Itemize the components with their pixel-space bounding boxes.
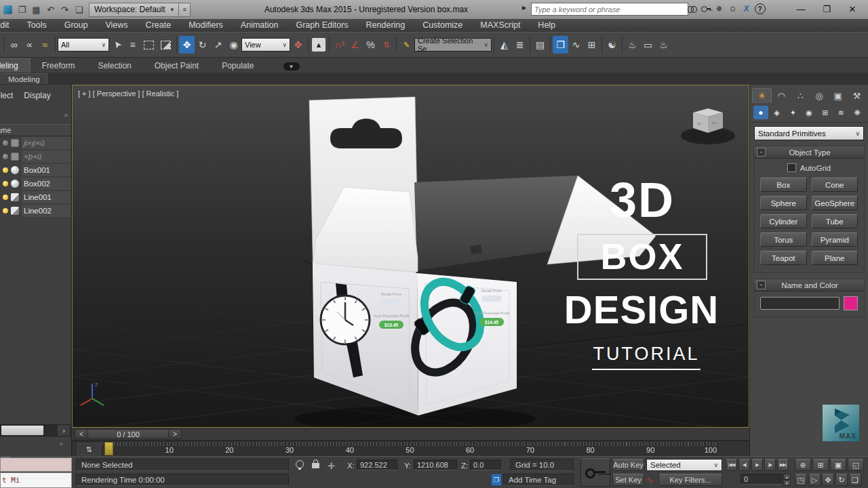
field-of-view-icon[interactable]: ▷ xyxy=(808,474,821,486)
render-frame-icon[interactable]: ▭ xyxy=(640,36,656,54)
scale-icon[interactable]: ↗ xyxy=(210,36,226,54)
explorer-menu-select[interactable]: Select xyxy=(0,91,13,100)
menu-item[interactable]: Create xyxy=(137,19,180,32)
list-item[interactable]: Line002 xyxy=(0,204,71,218)
next-frame-button[interactable]: |▶ xyxy=(764,459,776,471)
menu-item[interactable]: Help xyxy=(529,19,564,32)
category-lights[interactable]: ✦ xyxy=(785,106,800,119)
select-object-icon[interactable]: ➤ xyxy=(109,36,125,54)
zoom-icon[interactable]: ⊕ xyxy=(795,459,811,471)
geosphere-button[interactable]: GeoSphere xyxy=(812,196,859,210)
explorer-overflow-chevron[interactable]: » xyxy=(64,111,68,119)
tab-create[interactable]: ✳ xyxy=(752,88,772,103)
toggle-key-mode-button[interactable] xyxy=(580,458,610,487)
tab-modify[interactable]: ◠ xyxy=(772,89,791,103)
go-to-start-button[interactable]: |◀◀ xyxy=(726,459,737,471)
zoom-extents-all-icon[interactable]: ◱ xyxy=(848,459,864,471)
rect-select-icon[interactable] xyxy=(144,41,154,49)
collapse-icon[interactable]: - xyxy=(757,148,766,157)
scrollbar-right-button[interactable]: › xyxy=(58,425,70,436)
list-item[interactable]: Box002 xyxy=(0,177,71,190)
rollout-header[interactable]: - Name and Color xyxy=(754,279,864,291)
communication-center-icon[interactable]: ✵ xyxy=(713,2,725,16)
use-center-icon[interactable]: ◉ xyxy=(226,36,241,54)
rotate-icon[interactable]: ↻ xyxy=(195,36,210,54)
render-setup-icon[interactable]: ♨ xyxy=(625,36,640,54)
ribbon-toggle-icon[interactable]: ❒ xyxy=(553,36,568,54)
primitive-category-dropdown[interactable]: Standard Primitives ∨ xyxy=(754,126,864,140)
reference-coordinate-combo[interactable]: View ∨ xyxy=(241,38,290,52)
selection-lock-icon[interactable] xyxy=(312,463,319,468)
visibility-bulb-icon[interactable] xyxy=(3,154,8,159)
zoom-all-icon[interactable]: ⊞ xyxy=(812,459,829,471)
object-name-input[interactable] xyxy=(760,297,840,310)
category-systems[interactable]: ❋ xyxy=(850,106,865,119)
menu-item[interactable]: Modifiers xyxy=(180,19,232,32)
move-icon[interactable]: ✥ xyxy=(179,36,195,54)
go-to-end-button[interactable]: ▶▶| xyxy=(777,459,789,471)
tab-display[interactable]: ▣ xyxy=(829,89,847,103)
spinner-down-icon[interactable]: ▼ xyxy=(783,480,791,486)
category-shapes[interactable]: ◈ xyxy=(770,106,785,119)
open-file-icon[interactable]: ❐ xyxy=(15,2,29,17)
select-manipulate-icon[interactable]: ✥ xyxy=(290,36,306,54)
current-frame-field[interactable]: 0 xyxy=(741,474,783,485)
snap-toggle-icon[interactable]: ∩³ xyxy=(332,36,347,54)
tab-hierarchy[interactable]: ∴ xyxy=(791,89,810,103)
percent-snap-icon[interactable]: % xyxy=(363,36,378,54)
visibility-bulb-icon[interactable] xyxy=(3,167,8,173)
perspective-viewport[interactable]: [ + ] [ Perspective ] [ Realistic ] xyxy=(72,85,749,428)
menu-item[interactable]: Graph Editors xyxy=(287,19,357,32)
category-spacewarps[interactable]: ≋ xyxy=(834,106,849,119)
ribbon-tab[interactable]: Modeling xyxy=(0,58,31,73)
explorer-bottom-chevron[interactable]: » xyxy=(59,440,63,447)
track-bar-mode-icon[interactable]: ⇅ xyxy=(77,443,100,455)
menu-item[interactable]: Customize xyxy=(414,19,471,32)
project-toolbar-icon[interactable]: ❏ xyxy=(72,2,86,17)
frame-forward-button[interactable]: > xyxy=(168,429,182,439)
material-editor-icon[interactable]: ☯ xyxy=(604,36,620,54)
pyramid-button[interactable]: Pyramid xyxy=(812,232,859,247)
tab-utilities[interactable]: ⚒ xyxy=(848,89,866,103)
auto-key-button[interactable]: Auto Key xyxy=(612,459,644,471)
visibility-bulb-icon[interactable] xyxy=(3,195,8,200)
help-search-input[interactable] xyxy=(531,3,688,16)
scrollbar-thumb[interactable] xyxy=(1,426,43,435)
bind-spacewarp-icon[interactable]: ≈ xyxy=(37,36,53,54)
visibility-bulb-icon[interactable] xyxy=(3,208,8,214)
zoom-region-icon[interactable]: ◳ xyxy=(795,474,807,486)
edit-named-selection-icon[interactable]: ✎ xyxy=(399,36,414,54)
select-link-icon[interactable]: ∞ xyxy=(6,36,22,54)
mirror-icon[interactable]: ◭ xyxy=(496,36,512,54)
object-color-swatch[interactable] xyxy=(844,296,858,310)
time-tag-icon[interactable]: ❐ xyxy=(491,474,502,486)
pan-icon[interactable]: ✥ xyxy=(822,474,834,486)
category-helpers[interactable]: ⊞ xyxy=(818,106,833,119)
tube-button[interactable]: Tube xyxy=(812,214,859,228)
explorer-h-scrollbar[interactable]: › xyxy=(0,424,71,436)
previous-frame-button[interactable]: ◀| xyxy=(738,459,750,471)
window-crossing-icon[interactable] xyxy=(161,41,171,49)
render-icon[interactable]: ♨ xyxy=(656,36,671,54)
list-item[interactable]: ji×ý×û xyxy=(0,136,71,150)
menu-item[interactable]: Animation xyxy=(232,19,288,32)
communication-key-icon[interactable] xyxy=(700,2,711,16)
cone-button[interactable]: Cone xyxy=(812,178,859,192)
menu-item[interactable]: Tools xyxy=(18,19,56,32)
category-cameras[interactable]: ◉ xyxy=(802,106,816,119)
menu-item[interactable]: Views xyxy=(96,19,136,32)
x-coordinate-field[interactable]: 922.522 xyxy=(357,460,397,470)
frame-back-button[interactable]: < xyxy=(75,429,88,439)
frame-spinner[interactable]: ▲ ▼ xyxy=(783,474,791,486)
viewport-label[interactable]: [ + ] [ Perspective ] [ Realistic ] xyxy=(78,89,178,98)
list-item[interactable]: Box001 xyxy=(0,163,71,177)
torus-button[interactable]: Torus xyxy=(760,232,807,247)
ribbon-tab[interactable]: Freeform xyxy=(31,59,87,73)
rollout-header[interactable]: - Object Type xyxy=(754,146,864,159)
named-selection-combo[interactable]: Create Selection Se ∨ xyxy=(414,38,492,52)
time-slider-handle[interactable] xyxy=(104,442,113,455)
category-geometry[interactable]: ● xyxy=(753,106,768,119)
viewcube[interactable]: un rev xyxy=(681,108,735,144)
spinner-up-icon[interactable]: ▲ xyxy=(783,474,791,480)
angle-snap-icon[interactable]: ∠ xyxy=(347,36,363,54)
